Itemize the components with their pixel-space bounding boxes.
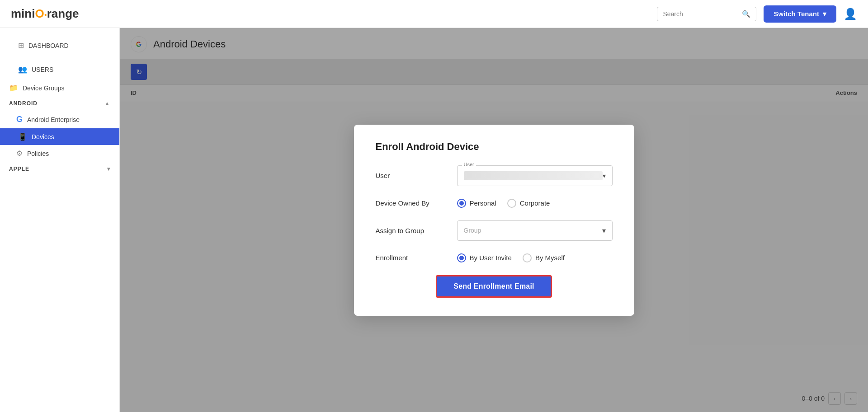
enrollment-form-row: Enrollment By User Invite By Myself: [376, 253, 613, 262]
sidebar: ⊞ DASHBOARD 👥 USERS 📁 Device Groups ANDR…: [0, 28, 120, 412]
sidebar-item-devices[interactable]: 📱 Devices: [0, 128, 119, 145]
android-chevron-up-icon: ▲: [104, 100, 110, 107]
enroll-device-modal: Enroll Android Device User User ▾: [354, 125, 634, 316]
chevron-down-icon: ▾: [823, 10, 826, 18]
android-enterprise-icon: G: [16, 115, 23, 124]
radio-by-user-invite-circle: [457, 253, 466, 262]
device-groups-icon: 📁: [9, 84, 18, 92]
radio-by-user-invite-label: By User Invite: [470, 254, 512, 262]
search-box[interactable]: 🔍: [657, 7, 756, 21]
user-avatar-icon[interactable]: 👤: [844, 8, 857, 20]
sidebar-item-policies[interactable]: ⚙ Policies: [0, 145, 119, 162]
sidebar-item-devices-label: Devices: [32, 133, 54, 140]
apple-chevron-down-icon: ▾: [107, 166, 110, 172]
logo-text: miniO●range: [11, 7, 79, 21]
sidebar-item-users-label: USERS: [32, 66, 53, 73]
sidebar-group-android[interactable]: ANDROID ▲: [0, 96, 119, 111]
radio-corporate[interactable]: Corporate: [507, 199, 550, 208]
logo: miniO●range: [11, 7, 79, 21]
group-select-placeholder: Group: [464, 227, 481, 234]
group-select[interactable]: Group ▾: [457, 220, 613, 241]
user-form-row: User User ▾: [376, 165, 613, 186]
apple-group-label: APPLE: [9, 166, 29, 172]
user-dropdown-arrow-icon: ▾: [603, 172, 606, 179]
sidebar-item-policies-label: Policies: [27, 150, 49, 157]
switch-tenant-button[interactable]: Switch Tenant ▾: [764, 5, 836, 23]
main-layout: ⊞ DASHBOARD 👥 USERS 📁 Device Groups ANDR…: [0, 28, 868, 412]
modal-overlay: Enroll Android Device User User ▾: [120, 28, 868, 412]
sidebar-item-device-groups-label: Device Groups: [23, 84, 65, 92]
sidebar-item-android-enterprise[interactable]: G Android Enterprise: [0, 111, 119, 128]
policies-icon: ⚙: [16, 149, 23, 158]
sidebar-item-dashboard-label: DASHBOARD: [28, 42, 69, 49]
assign-group-form-row: Assign to Group Group ▾: [376, 220, 613, 241]
main-content: Android Devices ↻ ID Actions 0–0 of 0 ‹ …: [120, 28, 868, 412]
user-select-value: [464, 171, 603, 180]
sidebar-item-android-enterprise-label: Android Enterprise: [27, 116, 80, 123]
send-button-row: Send Enrollment Email: [376, 275, 613, 298]
enrollment-label: Enrollment: [376, 254, 448, 262]
sidebar-group-apple[interactable]: APPLE ▾: [0, 162, 119, 176]
radio-by-myself-circle: [523, 253, 532, 262]
device-owned-by-form-row: Device Owned By Personal Corporate: [376, 199, 613, 208]
user-select-control: User ▾: [457, 165, 613, 186]
users-icon: 👥: [18, 65, 27, 74]
switch-tenant-label: Switch Tenant: [774, 10, 819, 18]
sidebar-item-device-groups[interactable]: 📁 Device Groups: [0, 80, 119, 96]
radio-corporate-circle: [507, 199, 516, 208]
assign-group-label: Assign to Group: [376, 227, 448, 234]
top-navbar: miniO●range 🔍 Switch Tenant ▾ 👤: [0, 0, 868, 28]
devices-icon: 📱: [18, 132, 27, 141]
sidebar-section-users: 👥 USERS: [0, 56, 119, 80]
radio-personal[interactable]: Personal: [457, 199, 496, 208]
radio-corporate-label: Corporate: [520, 199, 550, 207]
android-submenu: G Android Enterprise 📱 Devices ⚙ Policie…: [0, 111, 119, 162]
search-icon: 🔍: [742, 10, 750, 18]
radio-by-myself-label: By Myself: [535, 254, 565, 262]
group-select-control: Group ▾: [457, 220, 613, 241]
user-float-label: User: [462, 162, 476, 167]
radio-by-myself[interactable]: By Myself: [523, 253, 565, 262]
modal-title: Enroll Android Device: [376, 141, 613, 153]
user-field-label: User: [376, 172, 448, 179]
search-input[interactable]: [663, 10, 738, 18]
topnav-right: 🔍 Switch Tenant ▾ 👤: [657, 5, 857, 23]
enrollment-radio-group: By User Invite By Myself: [457, 253, 613, 262]
radio-personal-label: Personal: [470, 199, 496, 207]
android-group-label: ANDROID: [9, 100, 38, 107]
user-select-inner[interactable]: ▾: [458, 166, 612, 186]
user-select-wrapper[interactable]: User ▾: [457, 165, 613, 186]
dashboard-icon: ⊞: [18, 41, 24, 50]
group-dropdown-arrow-icon: ▾: [602, 226, 606, 235]
radio-by-user-invite[interactable]: By User Invite: [457, 253, 512, 262]
sidebar-section-dashboard: ⊞ DASHBOARD: [0, 32, 119, 56]
sidebar-item-dashboard[interactable]: ⊞ DASHBOARD: [9, 37, 110, 54]
sidebar-item-users[interactable]: 👥 USERS: [9, 61, 110, 78]
radio-personal-circle: [457, 199, 466, 208]
send-enrollment-email-button[interactable]: Send Enrollment Email: [436, 275, 552, 298]
device-owned-by-label: Device Owned By: [376, 199, 448, 207]
ownership-radio-group: Personal Corporate: [457, 199, 613, 208]
